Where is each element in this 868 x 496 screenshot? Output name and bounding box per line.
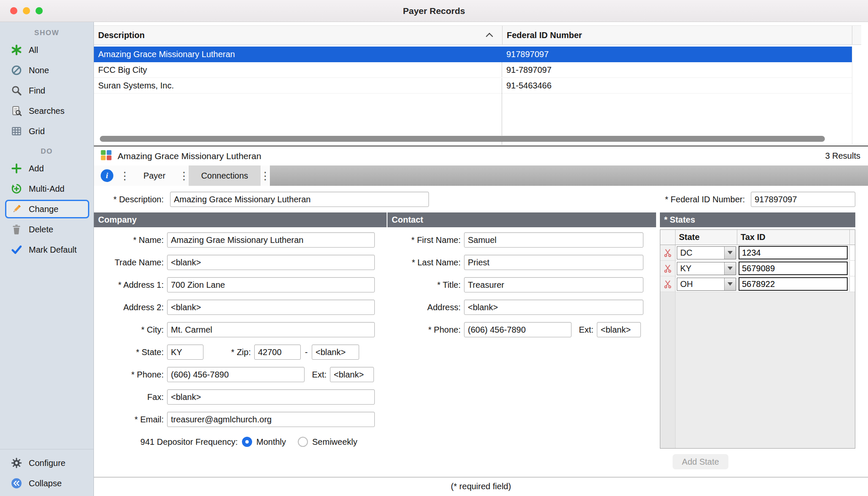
tab-separator-icon: ⋮ <box>261 165 270 186</box>
states-table-filler <box>660 292 676 448</box>
magnifier-icon <box>10 84 23 97</box>
contact-ext-input[interactable] <box>597 322 641 337</box>
first-name-input[interactable] <box>464 232 643 248</box>
address2-input[interactable] <box>167 300 375 315</box>
company-ext-label: Ext: <box>305 370 330 380</box>
company-phone-label: * Phone: <box>94 370 167 380</box>
company-ext-input[interactable] <box>330 367 374 382</box>
sidebar-item-mark-default[interactable]: Mark Default <box>5 240 89 259</box>
state-row: KY <box>660 261 855 276</box>
column-header-description[interactable]: Description <box>94 26 502 44</box>
email-input[interactable] <box>167 412 375 427</box>
description-input[interactable] <box>170 192 429 207</box>
footer-divider <box>94 477 868 477</box>
sidebar-item-label: Change <box>29 204 58 214</box>
monthly-radio-option[interactable]: Monthly <box>242 437 286 447</box>
sidebar-item-change[interactable]: Change <box>5 200 89 218</box>
traffic-lights <box>10 7 43 14</box>
title-input[interactable] <box>464 277 643 292</box>
grid-icon <box>10 125 23 138</box>
info-icon: i <box>101 169 113 182</box>
contact-phone-input[interactable] <box>464 322 571 337</box>
tax-id-input[interactable] <box>739 277 848 291</box>
state-input[interactable] <box>167 344 203 360</box>
address2-label: Address 2: <box>94 303 167 312</box>
tab-separator-icon: ⋮ <box>179 165 189 186</box>
federal-id-input[interactable] <box>751 192 855 207</box>
multi-add-icon <box>10 182 23 195</box>
description-row: * Description: * Federal ID Number: <box>94 192 868 207</box>
monthly-radio[interactable] <box>242 437 252 447</box>
city-input[interactable] <box>167 322 375 337</box>
delete-state-button[interactable] <box>660 276 676 292</box>
sidebar-item-label: Searches <box>29 106 65 116</box>
state-select[interactable]: KY <box>677 262 736 275</box>
description-label: * Description: <box>94 195 167 204</box>
sidebar-item-delete[interactable]: Delete <box>5 220 89 239</box>
semiweekly-radio[interactable] <box>298 437 308 447</box>
sidebar-item-label: None <box>29 66 49 75</box>
close-button[interactable] <box>10 7 17 14</box>
contact-address-input[interactable] <box>464 300 643 315</box>
state-select[interactable]: DC <box>677 246 736 259</box>
sidebar-item-find[interactable]: Find <box>5 81 89 100</box>
name-input[interactable] <box>167 232 375 248</box>
delete-state-button[interactable] <box>660 245 676 260</box>
plus-icon <box>10 162 23 175</box>
last-name-input[interactable] <box>464 255 643 270</box>
sidebar-item-multi-add[interactable]: Multi-Add <box>5 179 89 198</box>
tax-id-input[interactable] <box>739 262 848 275</box>
tab-payer[interactable]: Payer <box>129 165 179 186</box>
contact-address-label: Address: <box>387 303 464 312</box>
sidebar-item-label: Add <box>29 164 44 174</box>
sort-ascending-icon <box>486 33 493 40</box>
fax-label: Fax: <box>94 392 167 402</box>
table-row[interactable]: FCC Big City 91-7897097 <box>94 62 852 78</box>
sidebar-item-configure[interactable]: Configure <box>5 454 89 472</box>
sidebar-item-all[interactable]: All <box>5 41 89 59</box>
titlebar: Payer Records <box>0 0 868 22</box>
tax-id-column-header[interactable]: Tax ID <box>737 230 850 245</box>
minimize-button[interactable] <box>23 7 30 14</box>
address1-input[interactable] <box>167 277 375 292</box>
sidebar-item-searches[interactable]: Searches <box>5 102 89 120</box>
contact-ext-label: Ext: <box>571 325 597 335</box>
trade-name-input[interactable] <box>167 255 375 270</box>
sidebar-item-collapse[interactable]: Collapse <box>5 474 89 493</box>
email-label: * Email: <box>94 415 167 424</box>
window-title: Payer Records <box>0 0 868 22</box>
main-area: Description Federal ID Number Amazing Gr… <box>94 22 868 496</box>
slash-circle-icon <box>10 64 23 77</box>
sidebar-item-label: Multi-Add <box>29 184 64 194</box>
company-panel-header: Company <box>94 212 387 227</box>
tab-bar: i ⋮ Payer ⋮ Connections ⋮ <box>94 165 868 186</box>
record-icon <box>100 149 113 163</box>
sidebar-item-add[interactable]: Add <box>5 159 89 178</box>
column-header-federal-id[interactable]: Federal ID Number <box>502 26 852 44</box>
delete-state-button[interactable] <box>660 261 676 276</box>
horizontal-scrollbar-thumb[interactable] <box>100 136 825 142</box>
sidebar-item-grid[interactable]: Grid <box>5 122 89 141</box>
zip4-input[interactable] <box>312 344 359 360</box>
state-column-header[interactable]: State <box>676 230 737 245</box>
semiweekly-radio-option[interactable]: Semiweekly <box>298 437 357 447</box>
fax-input[interactable] <box>167 389 375 405</box>
zoom-button[interactable] <box>36 7 43 14</box>
company-phone-input[interactable] <box>167 367 305 382</box>
chevron-down-icon <box>724 247 736 259</box>
tab-connections[interactable]: Connections <box>189 165 261 186</box>
info-button[interactable]: i <box>94 165 120 186</box>
required-field-note: (* required field) <box>94 482 868 491</box>
trash-icon <box>10 223 23 236</box>
tax-id-input[interactable] <box>739 246 848 259</box>
monthly-radio-label: Monthly <box>256 437 286 447</box>
first-name-label: * First Name: <box>387 235 464 245</box>
table-row[interactable]: Amazing Grace Missionary Lutheran 917897… <box>94 47 852 62</box>
contact-panel: Contact * First Name: * Last Name: * Tit… <box>387 212 656 337</box>
state-select[interactable]: OH <box>677 278 736 291</box>
zip-input[interactable] <box>254 344 301 360</box>
collapse-icon <box>10 477 23 490</box>
table-row[interactable]: Suran Systems, Inc. 91-5463466 <box>94 78 852 94</box>
sidebar-item-none[interactable]: None <box>5 61 89 80</box>
add-state-button[interactable]: Add State <box>673 454 728 469</box>
